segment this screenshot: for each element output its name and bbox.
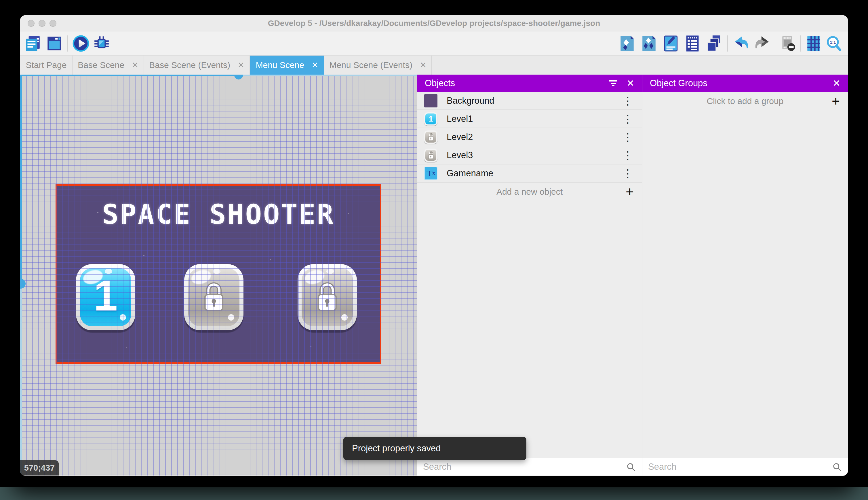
level-1-button-thumbnail: 1	[424, 112, 437, 126]
close-tab-icon[interactable]: ✕	[312, 60, 318, 70]
toggle-instances-mask-icon[interactable]	[779, 35, 797, 53]
object-name: Level2	[447, 132, 473, 142]
object-groups-panel: Object Groups ✕ Click to add a group +	[642, 75, 848, 476]
tab-label: Start Page	[26, 60, 67, 70]
tab-bar: Start Page Base Scene ✕ Base Scene (Even…	[20, 56, 848, 75]
objects-panel-title: Objects	[425, 78, 455, 88]
add-group-row[interactable]: Click to add a group +	[642, 92, 848, 110]
button-gloss-dot	[228, 314, 234, 320]
close-panel-icon[interactable]: ✕	[626, 79, 634, 88]
close-tab-icon[interactable]: ✕	[238, 60, 244, 70]
object-row-gamename[interactable]: Tx Gamename ⋮	[417, 164, 642, 183]
titlebar: GDevelop 5 - /Users/dkarakay/Documents/G…	[20, 15, 848, 31]
groups-search-bar	[642, 458, 848, 476]
objects-panel-icon[interactable]	[618, 35, 636, 53]
object-menu-icon[interactable]: ⋮	[622, 113, 633, 124]
horizontal-scrollbar-thumb[interactable]	[20, 75, 238, 76]
button-gloss-dot	[120, 314, 126, 320]
tab-start-page[interactable]: Start Page	[20, 56, 72, 75]
add-object-plus-icon[interactable]: +	[626, 184, 634, 200]
button-gloss	[213, 269, 221, 274]
object-menu-icon[interactable]: ⋮	[622, 132, 633, 143]
tab-label: Menu Scene (Events)	[329, 60, 412, 70]
scene-title-object[interactable]: SPACE SHOOTER	[57, 198, 380, 230]
object-menu-icon[interactable]: ⋮	[622, 168, 633, 179]
tab-label: Base Scene (Events)	[149, 60, 230, 70]
level-2-locked-button-object[interactable]	[184, 264, 244, 330]
object-menu-icon[interactable]: ⋮	[622, 95, 633, 106]
level-number: 1	[94, 271, 117, 320]
object-row-level2[interactable]: Level2 ⋮	[417, 128, 642, 146]
object-name: Level1	[447, 114, 473, 124]
object-row-background[interactable]: Background ⋮	[417, 92, 642, 110]
button-gloss	[326, 269, 334, 274]
svg-text:1:1: 1:1	[830, 40, 836, 45]
toolbar-divider	[727, 35, 728, 52]
main-content: SPACE SHOOTER 1	[20, 75, 848, 476]
tab-base-scene-events[interactable]: Base Scene (Events) ✕	[144, 56, 250, 75]
locked-button-thumbnail	[424, 149, 437, 162]
app-window: GDevelop 5 - /Users/dkarakay/Documents/G…	[20, 15, 848, 476]
project-manager-icon[interactable]	[24, 35, 42, 53]
scene-window-border[interactable]: SPACE SHOOTER 1	[56, 184, 381, 364]
instances-list-panel-icon[interactable]	[683, 35, 701, 53]
groups-search-input[interactable]	[648, 462, 832, 472]
add-object-label: Add a new object	[496, 187, 563, 197]
close-tab-icon[interactable]: ✕	[420, 60, 426, 70]
toolbar-divider	[67, 35, 68, 52]
desktop-background	[0, 487, 868, 500]
tab-menu-scene[interactable]: Menu Scene ✕	[250, 56, 324, 75]
vertical-scrollbar-handle[interactable]	[20, 279, 26, 288]
objects-panel: Objects ✕ Background ⋮ 1 Level1 ⋮	[417, 75, 642, 476]
undo-icon[interactable]	[732, 35, 750, 53]
add-object-row[interactable]: Add a new object +	[417, 183, 642, 201]
zoom-one-to-one-icon[interactable]: 1:1	[825, 35, 843, 53]
text-object-thumbnail: Tx	[424, 167, 437, 180]
add-group-label: Click to add a group	[707, 96, 784, 106]
properties-panel-icon[interactable]	[662, 35, 680, 53]
search-icon[interactable]	[626, 462, 636, 472]
locked-button-thumbnail	[424, 130, 437, 144]
tab-label: Menu Scene	[256, 60, 304, 70]
lock-icon	[314, 280, 341, 314]
toolbar-divider	[775, 35, 775, 52]
object-menu-icon[interactable]: ⋮	[622, 150, 633, 161]
button-gloss-dot	[341, 314, 348, 320]
save-toast: Project properly saved	[343, 437, 526, 460]
toolbar-divider	[800, 35, 801, 52]
scene-stars	[57, 186, 58, 187]
window-title: GDevelop 5 - /Users/dkarakay/Documents/G…	[20, 15, 848, 31]
redo-icon[interactable]	[754, 35, 772, 53]
screen: GDevelop 5 - /Users/dkarakay/Documents/G…	[0, 0, 868, 500]
play-preview-icon[interactable]	[72, 35, 90, 53]
object-groups-panel-title: Object Groups	[650, 78, 707, 88]
cursor-coordinates-badge: 570;437	[20, 460, 59, 476]
layers-panel-icon[interactable]	[705, 35, 723, 53]
object-name: Background	[447, 95, 494, 106]
level-1-button-object[interactable]: 1	[76, 264, 135, 330]
search-icon[interactable]	[832, 462, 842, 472]
vertical-scrollbar-thumb[interactable]	[20, 75, 22, 284]
object-groups-panel-icon[interactable]	[640, 35, 658, 53]
object-row-level3[interactable]: Level3 ⋮	[417, 146, 642, 164]
level-3-locked-button-object[interactable]	[297, 264, 357, 330]
toolbar: 1:1	[20, 31, 848, 56]
tab-menu-scene-events[interactable]: Menu Scene (Events) ✕	[324, 56, 432, 75]
horizontal-scrollbar-handle[interactable]	[234, 75, 243, 79]
object-groups-panel-header: Object Groups ✕	[642, 75, 848, 92]
objects-search-input[interactable]	[423, 462, 626, 472]
filter-icon[interactable]	[608, 78, 619, 89]
lock-icon	[200, 280, 228, 314]
toast-message: Project properly saved	[352, 443, 441, 454]
add-group-plus-icon[interactable]: +	[832, 93, 840, 109]
tab-base-scene[interactable]: Base Scene ✕	[72, 56, 144, 75]
tab-label: Base Scene	[78, 60, 124, 70]
preview-window-icon[interactable]	[46, 35, 63, 53]
object-name: Gamename	[447, 168, 493, 179]
close-tab-icon[interactable]: ✕	[132, 60, 138, 70]
close-panel-icon[interactable]: ✕	[833, 79, 840, 88]
object-row-level1[interactable]: 1 Level1 ⋮	[417, 110, 642, 128]
debug-icon[interactable]	[93, 35, 110, 53]
scene-editor-canvas[interactable]: SPACE SHOOTER 1	[20, 75, 417, 476]
grid-icon[interactable]	[805, 35, 822, 53]
